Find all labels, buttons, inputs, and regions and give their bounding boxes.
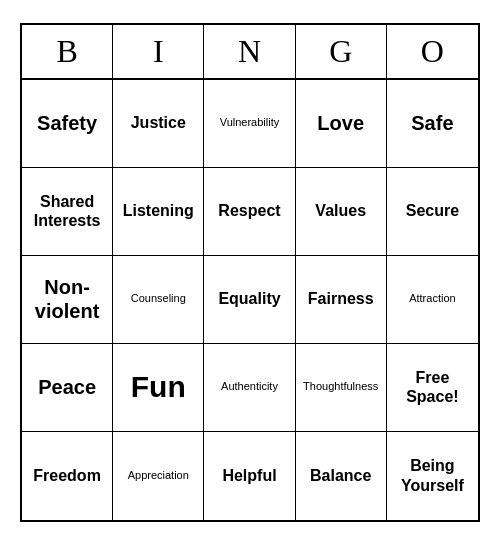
header-letter-O: O bbox=[387, 25, 478, 78]
bingo-cell-4-2: Helpful bbox=[204, 432, 295, 520]
bingo-cell-2-1: Counseling bbox=[113, 256, 204, 344]
bingo-cell-0-0: Safety bbox=[22, 80, 113, 168]
bingo-cell-4-4: Being Yourself bbox=[387, 432, 478, 520]
header-letter-N: N bbox=[204, 25, 295, 78]
bingo-cell-1-0: Shared Interests bbox=[22, 168, 113, 256]
bingo-cell-2-2: Equality bbox=[204, 256, 295, 344]
bingo-cell-4-1: Appreciation bbox=[113, 432, 204, 520]
bingo-cell-0-4: Safe bbox=[387, 80, 478, 168]
bingo-cell-2-4: Attraction bbox=[387, 256, 478, 344]
bingo-cell-1-3: Values bbox=[296, 168, 387, 256]
bingo-header: BINGO bbox=[22, 25, 478, 80]
bingo-cell-0-2: Vulnerability bbox=[204, 80, 295, 168]
bingo-cell-1-4: Secure bbox=[387, 168, 478, 256]
header-letter-G: G bbox=[296, 25, 387, 78]
header-letter-B: B bbox=[22, 25, 113, 78]
bingo-cell-4-3: Balance bbox=[296, 432, 387, 520]
bingo-cell-1-2: Respect bbox=[204, 168, 295, 256]
bingo-cell-0-1: Justice bbox=[113, 80, 204, 168]
bingo-cell-1-1: Listening bbox=[113, 168, 204, 256]
bingo-cell-3-4: Free Space! bbox=[387, 344, 478, 432]
bingo-cell-3-3: Thoughtfulness bbox=[296, 344, 387, 432]
bingo-grid: SafetyJusticeVulnerabilityLoveSafeShared… bbox=[22, 80, 478, 520]
header-letter-I: I bbox=[113, 25, 204, 78]
bingo-cell-3-1: Fun bbox=[113, 344, 204, 432]
bingo-cell-3-0: Peace bbox=[22, 344, 113, 432]
bingo-card: BINGO SafetyJusticeVulnerabilityLoveSafe… bbox=[20, 23, 480, 522]
bingo-cell-2-0: Non-violent bbox=[22, 256, 113, 344]
bingo-cell-0-3: Love bbox=[296, 80, 387, 168]
bingo-cell-3-2: Authenticity bbox=[204, 344, 295, 432]
bingo-cell-4-0: Freedom bbox=[22, 432, 113, 520]
bingo-cell-2-3: Fairness bbox=[296, 256, 387, 344]
